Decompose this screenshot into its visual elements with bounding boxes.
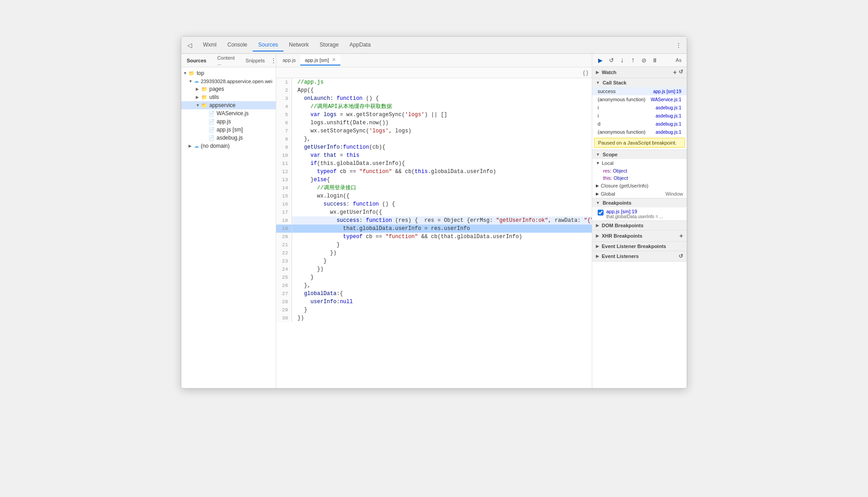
more-options-icon[interactable]: ⋮ <box>674 41 683 50</box>
tab-storage[interactable]: Storage <box>314 39 344 52</box>
event-listeners-header[interactable]: ▶ Event Listeners ↺ <box>592 251 687 261</box>
line-content-11: if(this.globalData.userInfo){ <box>292 159 592 168</box>
tree-label-waservice: WAService.js <box>217 110 249 117</box>
tree-item-pages[interactable]: ▶ 📁 pages <box>181 85 276 93</box>
xhr-add-icon[interactable]: + <box>679 232 683 239</box>
code-line-12: 12 typeof cb == "function" && cb(this.gl… <box>276 168 592 176</box>
step-into-button[interactable]: ↑ <box>628 56 637 65</box>
editor-tab-appjs[interactable]: app.js <box>278 56 300 66</box>
format-icon[interactable]: { } <box>583 70 588 76</box>
tree-item-no-domain[interactable]: ▶ ☁ (no domain) <box>181 142 276 150</box>
folder-icon-utils: 📁 <box>201 94 208 100</box>
closure-scope-header[interactable]: ▶ Closure (getUserInfo) <box>592 182 687 190</box>
breakpoint-item-0[interactable]: app.js [sm]:19 that.globalData.userInfo … <box>592 207 687 220</box>
back-icon[interactable]: ◁ <box>185 41 194 50</box>
as-button[interactable]: As <box>674 56 683 65</box>
global-scope-header[interactable]: ▶ Global <box>596 191 665 197</box>
bp-file-0: app.js [sm]:19 <box>606 209 663 214</box>
call-stack-item-3[interactable]: i asdebug.js:1 <box>592 112 687 120</box>
tree-item-utils[interactable]: ▶ 📁 utils <box>181 93 276 101</box>
sidebar-tab-snippets[interactable]: Snippets <box>242 56 269 65</box>
line-content-14: //调用登录接口 <box>292 184 592 192</box>
watch-header[interactable]: ▶ Watch + ↺ <box>592 67 687 78</box>
tree-item-appjs[interactable]: ▶ 📄 app.js <box>181 117 276 126</box>
call-stack-item-2[interactable]: i asdebug.js:1 <box>592 103 687 112</box>
pause-on-exception-button[interactable]: ↺ <box>607 56 616 65</box>
code-editor[interactable]: 1 //app.js 2 App({ 3 onLaunch: function … <box>276 78 592 388</box>
right-panel: ▶ ↺ ↓ ↑ ⊘ ⏸ As ▶ Watch + ↺ <box>592 54 687 388</box>
line-num-4: 4 <box>276 103 292 111</box>
line-num-24: 24 <box>276 265 292 273</box>
line-content-6: logs.unshift(Date.now()) <box>292 119 592 127</box>
main-toolbar: ◁ Wxml Console Sources Network Storage A… <box>181 37 687 54</box>
deactivate-breakpoints-button[interactable]: ⊘ <box>639 56 648 65</box>
tree-item-appservice-root[interactable]: ▼ ☁ 239393028.appservice.open.wei <box>181 77 276 85</box>
file-icon-waservice: 📄 <box>208 111 215 117</box>
tree-label-top: top <box>197 70 204 76</box>
editor-tab-appjs-sm[interactable]: app.js [sm] ✕ <box>300 55 340 66</box>
call-stack-loc-1: WAService.js:1 <box>651 97 681 102</box>
call-stack-name-5: (anonymous function) <box>598 129 654 135</box>
call-stack-loc-4: asdebug.js:1 <box>656 122 681 127</box>
cloud-icon-no-domain: ☁ <box>194 143 199 149</box>
pause-button[interactable]: ⏸ <box>650 56 659 65</box>
tree-item-top[interactable]: ▼ 📁 top <box>181 69 276 77</box>
scope-res-item[interactable]: res: Object <box>592 167 687 174</box>
code-line-7: 7 wx.setStorageSync('logs', logs) <box>276 127 592 135</box>
tree-item-asdebug[interactable]: ▶ 📄 asdebug.js <box>181 134 276 142</box>
tab-appdata[interactable]: AppData <box>344 39 376 52</box>
xhr-breakpoints-header[interactable]: ▶ XHR Breakpoints + <box>592 230 687 241</box>
scope-res-key: res <box>603 168 610 173</box>
cloud-icon: ☁ <box>194 78 199 84</box>
call-stack-item-1[interactable]: (anonymous function) WAService.js:1 <box>592 95 687 103</box>
dom-breakpoints-header[interactable]: ▶ DOM Breakpoints <box>592 221 687 230</box>
sidebar-tab-content[interactable]: Content ... <box>213 54 238 68</box>
code-line-18: 18 success: function (res) { res = Objec… <box>276 216 592 225</box>
dom-bp-arrow-icon: ▶ <box>596 223 599 228</box>
local-scope-header[interactable]: ▼ Local <box>592 159 687 167</box>
line-num-9: 9 <box>276 143 292 151</box>
line-content-16: success: function () { <box>292 200 592 208</box>
code-line-8: 8 }, <box>276 135 592 143</box>
paused-notice: Paused on a JavaScript breakpoint. <box>594 138 685 148</box>
breakpoint-checkbox-0[interactable] <box>598 210 604 216</box>
resume-button[interactable]: ▶ <box>596 56 605 65</box>
sidebar-more-icon[interactable]: ⋮ <box>269 57 276 64</box>
line-content-2: App({ <box>292 86 592 94</box>
closure-scope-label: Closure (getUserInfo) <box>601 183 648 188</box>
tab-console[interactable]: Console <box>222 39 253 52</box>
tree-item-appjs-sm[interactable]: ▶ 📄 app.js [sm] <box>181 126 276 134</box>
step-over-button[interactable]: ↓ <box>618 56 627 65</box>
global-arrow-icon: ▶ <box>596 192 599 196</box>
call-stack-header[interactable]: ▼ Call Stack <box>592 78 687 87</box>
editor-tab-appjs-sm-label: app.js [sm] <box>305 57 329 63</box>
sidebar-tab-sources[interactable]: Sources <box>183 56 210 65</box>
tab-sources[interactable]: Sources <box>253 39 283 52</box>
watch-refresh-icon[interactable]: ↺ <box>679 69 683 76</box>
tab-network[interactable]: Network <box>283 39 314 52</box>
call-stack-item-5[interactable]: (anonymous function) asdebug.js:1 <box>592 128 687 136</box>
line-num-12: 12 <box>276 168 292 176</box>
tree-item-appservice[interactable]: ▼ 📁 appservice <box>181 101 276 109</box>
scope-header[interactable]: ▼ Scope <box>592 150 687 159</box>
event-listeners-refresh-icon[interactable]: ↺ <box>679 253 683 259</box>
scope-this-item[interactable]: this: Object <box>592 174 687 182</box>
tree-item-waservice[interactable]: ▶ 📄 WAService.js <box>181 109 276 117</box>
event-listener-bp-header[interactable]: ▶ Event Listener Breakpoints <box>592 242 687 251</box>
line-content-24: }) <box>292 265 592 273</box>
folder-icon-appservice: 📁 <box>201 103 208 108</box>
call-stack-item-0[interactable]: success app.js [sm]:19 <box>592 87 687 95</box>
watch-add-icon[interactable]: + <box>673 69 677 76</box>
tab-close-icon[interactable]: ✕ <box>332 57 336 63</box>
tab-wxml[interactable]: Wxml <box>198 39 222 52</box>
xhr-breakpoints-section: ▶ XHR Breakpoints + <box>592 230 687 242</box>
call-stack-item-4[interactable]: d asdebug.js:1 <box>592 120 687 128</box>
main-content: Sources Content ... Snippets ⋮ ▼ 📁 top ▼… <box>181 54 687 388</box>
breakpoints-header[interactable]: ▼ Breakpoints <box>592 198 687 207</box>
tree-label-cloud: 239393028.appservice.open.wei <box>201 79 272 84</box>
watch-actions: + ↺ <box>673 69 683 76</box>
code-line-26: 26 }, <box>276 281 592 290</box>
line-num-29: 29 <box>276 306 292 314</box>
xhr-actions: + <box>679 232 683 239</box>
call-stack-name-0: success <box>598 89 651 94</box>
